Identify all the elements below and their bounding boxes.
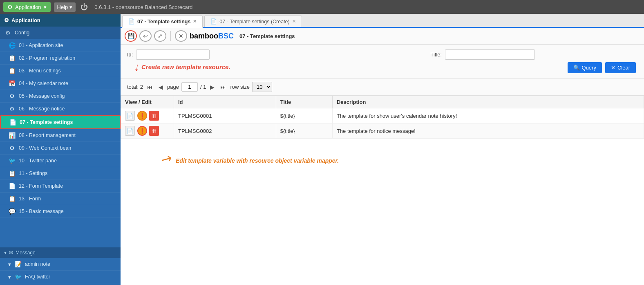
tab-1-close[interactable]: ✕	[193, 19, 197, 24]
sidebar-item-15-label: 15 - Basic message	[19, 209, 64, 214]
brand-logo: bambooBSC	[190, 32, 234, 40]
title-label: Title:	[430, 52, 442, 58]
query-label: Query	[582, 65, 596, 71]
config-icon: ⚙	[4, 29, 11, 36]
app-label: Application	[15, 4, 41, 10]
row-2-description: The template for notice message!	[332, 123, 644, 139]
clear-button[interactable]: ✕ Clear	[605, 62, 636, 73]
undo-button[interactable]: ↩	[139, 30, 152, 42]
data-table: View / Edit Id Title Description 📄 ❗ 🗑 T…	[121, 96, 644, 139]
close-button[interactable]: ✕	[175, 30, 187, 42]
sidebar-item-03-label: 03 - Menu settings	[19, 68, 61, 74]
item-02-icon: 📋	[8, 55, 16, 61]
item-08-icon: 📊	[8, 132, 16, 139]
sidebar-item-06-label: 06 - Message notice	[19, 106, 65, 112]
sidebar-item-01[interactable]: 🌐 01 - Application site	[0, 39, 121, 52]
rowsize-select[interactable]: 10 20 50	[252, 82, 272, 92]
prev-page-button[interactable]: ◀	[157, 83, 165, 91]
sidebar: ⚙ Application ⚙ Config 🌐 01 - Applicatio…	[0, 14, 121, 285]
expand-button[interactable]: ⤢	[154, 30, 166, 42]
page-label: page	[167, 84, 179, 90]
rowsize-label: row size	[230, 84, 250, 90]
chevron-down-icon: ▾	[4, 250, 7, 256]
help-dropdown-icon: ▾	[69, 4, 72, 10]
query-button[interactable]: 🔍 Query	[568, 62, 602, 73]
sidebar-header-label: Application	[11, 17, 40, 23]
item-12-icon: 📄	[8, 183, 16, 189]
clear-label: Clear	[617, 65, 630, 71]
tab-template-settings[interactable]: 📄 07 - Template settings ✕	[122, 16, 203, 28]
last-page-button[interactable]: ⏭	[219, 83, 228, 91]
page-input[interactable]	[181, 82, 198, 92]
sidebar-header: ⚙ Application	[0, 14, 121, 27]
sidebar-item-09-label: 09 - Web Context bean	[19, 145, 71, 151]
row-1-delete-button[interactable]: 🗑	[149, 111, 159, 121]
row-1-actions: 📄 ❗ 🗑	[121, 108, 174, 123]
row-1-edit-button[interactable]: ❗	[137, 111, 147, 121]
title-input[interactable]	[445, 49, 535, 60]
message-icon: ✉	[9, 250, 13, 256]
chevron-right-icon-2: ▾	[8, 274, 11, 280]
sidebar-item-12[interactable]: 📄 12 - Form Template	[0, 180, 121, 193]
sidebar-item-13-label: 13 - Form	[19, 196, 41, 202]
item-03-icon: 📋	[8, 67, 16, 74]
row-2-edit-button[interactable]: ❗	[137, 126, 147, 136]
sidebar-item-15[interactable]: 💬 15 - Basic message	[0, 205, 121, 218]
sidebar-item-10[interactable]: 🐦 10 - Twitter pane	[0, 155, 121, 167]
row-1-view-button[interactable]: 📄	[125, 111, 135, 121]
version-title: 0.6.3.1 - opensource Balanced Scorecard	[94, 4, 192, 10]
row-2-delete-button[interactable]: 🗑	[149, 126, 159, 136]
sidebar-item-12-label: 12 - Form Template	[19, 183, 63, 189]
content-area: 📄 07 - Template settings ✕ 📄 07 - Templa…	[121, 14, 644, 285]
sidebar-item-04-label: 04 - My calendar note	[19, 81, 68, 86]
sidebar-item-08[interactable]: 📊 08 - Report management	[0, 129, 121, 142]
admin-note-icon: 📝	[14, 261, 22, 267]
sidebar-item-admin-note[interactable]: ▾ 📝 admin note	[0, 258, 121, 271]
row-2-id: TPLMSG0002	[174, 123, 276, 139]
col-header-id: Id	[174, 96, 276, 108]
sidebar-item-02[interactable]: 📋 02 - Program registration	[0, 52, 121, 65]
item-01-icon: 🌐	[8, 42, 16, 49]
sidebar-item-config[interactable]: ⚙ Config	[0, 27, 121, 39]
annotation-edit-text: Edit template variable with resource obj…	[176, 157, 339, 164]
search-form: Id: Title: ↓ Create new template resourc…	[121, 45, 644, 79]
sidebar-item-05[interactable]: ⚙ 05 - Message config	[0, 90, 121, 103]
power-icon[interactable]: ⏻	[80, 3, 88, 11]
sidebar-item-07[interactable]: 📄 07 - Template settings	[0, 115, 121, 129]
save-button[interactable]: 💾	[125, 30, 137, 42]
row-1-id: TPLMSG0001	[174, 108, 276, 123]
sidebar-section-message[interactable]: ▾ ✉ Message	[0, 247, 121, 258]
sidebar-item-03[interactable]: 📋 03 - Menu settings	[0, 65, 121, 77]
app-menu-button[interactable]: ⚙ Application ▾	[3, 2, 51, 12]
item-06-icon: ⚙	[8, 105, 16, 112]
next-page-button[interactable]: ▶	[208, 83, 216, 91]
row-2-view-button[interactable]: 📄	[125, 126, 135, 136]
tab-template-settings-create[interactable]: 📄 07 - Template settings (Create) ✕	[204, 16, 302, 27]
item-11-icon: 📋	[8, 170, 16, 177]
sidebar-item-faq-twitter[interactable]: ▾ 🐦 FAQ twitter	[0, 271, 121, 283]
item-10-icon: 🐦	[8, 157, 16, 164]
sidebar-item-11[interactable]: 📋 11 - Settings	[0, 167, 121, 180]
sidebar-admin-note-label: admin note	[25, 261, 50, 267]
page-title: 07 - Template settings	[239, 33, 295, 39]
first-page-button[interactable]: ⏮	[145, 83, 154, 91]
sidebar-item-13[interactable]: 📋 13 - Form	[0, 193, 121, 205]
sidebar-item-08-label: 08 - Report management	[19, 132, 76, 138]
item-07-icon: 📄	[9, 119, 16, 126]
tab-2-close[interactable]: ✕	[292, 19, 296, 24]
item-13-icon: 📋	[8, 195, 16, 202]
item-09-icon: ⚙	[8, 145, 16, 151]
help-button[interactable]: Help ▾	[54, 2, 76, 12]
total-label: total: 2	[127, 84, 143, 90]
sidebar-item-02-label: 02 - Program registration	[19, 55, 75, 61]
sidebar-item-09[interactable]: ⚙ 09 - Web Context bean	[0, 142, 121, 155]
sidebar-list: ⚙ Config 🌐 01 - Application site 📋 02 - …	[0, 27, 121, 246]
item-04-icon: 📅	[8, 80, 16, 87]
app-dropdown-icon: ▾	[44, 4, 47, 10]
sidebar-item-05-label: 05 - Message config	[19, 93, 65, 99]
sidebar-item-04[interactable]: 📅 04 - My calendar note	[0, 77, 121, 90]
clear-icon: ✕	[611, 65, 615, 71]
id-input[interactable]	[136, 49, 210, 60]
sidebar-item-01-label: 01 - Application site	[19, 43, 63, 48]
sidebar-item-06[interactable]: ⚙ 06 - Message notice	[0, 103, 121, 115]
